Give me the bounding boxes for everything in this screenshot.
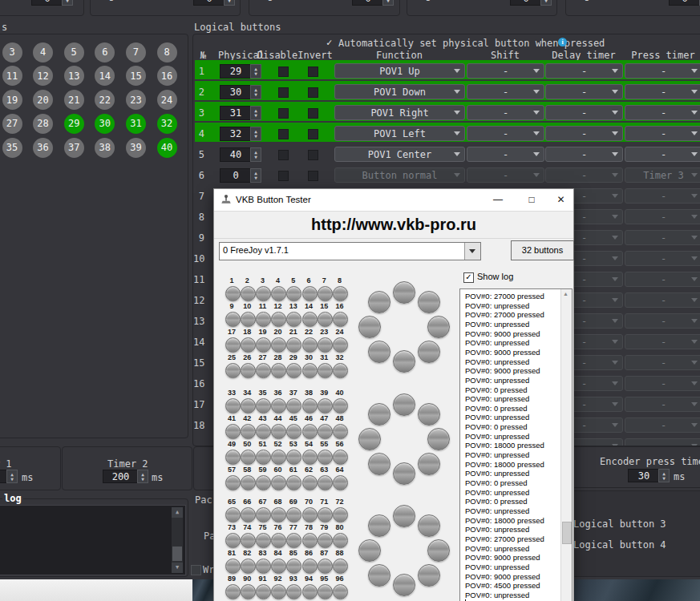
combobox-dropdown-icon[interactable] xyxy=(464,243,480,260)
invert-checkbox[interactable] xyxy=(308,67,318,77)
function-dropdown[interactable]: POV1 Right xyxy=(334,105,465,120)
function-dropdown[interactable]: POV1 Left xyxy=(334,126,465,141)
press-timer-dropdown[interactable]: - xyxy=(625,417,700,433)
physical-button-36[interactable]: 36 xyxy=(33,138,53,158)
spinner-arrows[interactable]: ▲▼ xyxy=(540,0,552,6)
logical-button-spinner[interactable]: 0▲▼ xyxy=(510,0,552,6)
shift-dropdown[interactable]: - xyxy=(467,63,544,79)
encoder-spinner-arrows[interactable]: ▲▼ xyxy=(658,469,670,482)
spinner-arrows[interactable]: ▲▼ xyxy=(250,64,261,79)
device-select-combobox[interactable]: 0 FreeJoy v1.7.1 xyxy=(219,242,481,260)
physical-button-32[interactable]: 32 xyxy=(157,114,177,134)
spinner-arrows[interactable]: ▲▼ xyxy=(224,0,235,6)
physical-button-15[interactable]: 15 xyxy=(126,66,146,86)
log-scroll-down-icon[interactable]: ▼ xyxy=(172,563,183,573)
physical-number-spinner[interactable]: 31▲▼ xyxy=(220,106,261,120)
physical-button-16[interactable]: 16 xyxy=(157,66,177,86)
press-timer-dropdown[interactable]: - xyxy=(625,63,700,79)
delay-timer-dropdown[interactable]: - xyxy=(545,126,623,141)
physical-number-spinner[interactable]: 29▲▼ xyxy=(220,64,261,79)
timer1-spinner-arrows[interactable]: ▲▼ xyxy=(6,470,18,483)
physical-number-spinner[interactable]: 40▲▼ xyxy=(220,147,261,162)
spinner-arrows[interactable]: ▲▼ xyxy=(250,106,261,120)
vkb-titlebar[interactable]: VKB Button Tester — □ ✕ xyxy=(214,189,573,212)
press-timer-dropdown[interactable]: - xyxy=(625,313,700,329)
physical-button-19[interactable]: 19 xyxy=(2,90,22,110)
disable-checkbox[interactable] xyxy=(278,87,289,98)
physical-button-5[interactable]: 5 xyxy=(64,42,84,63)
physical-number-spinner[interactable]: 30▲▼ xyxy=(220,85,261,99)
log-scroll-thumb[interactable] xyxy=(172,547,182,561)
spinner-arrows[interactable]: ▲▼ xyxy=(382,0,394,6)
physical-button-40[interactable]: 40 xyxy=(157,138,177,158)
physical-button-4[interactable]: 4 xyxy=(33,42,53,63)
physical-button-11[interactable]: 11 xyxy=(2,66,22,86)
delay-timer-dropdown[interactable]: - xyxy=(545,147,623,162)
press-timer-dropdown[interactable]: - xyxy=(625,334,700,349)
vkb-log-scroll-thumb[interactable] xyxy=(562,522,572,544)
encoder-press-timer-spinner[interactable]: 30 ▲▼ xyxy=(628,469,670,482)
log-textarea[interactable]: ▲ ▼ xyxy=(0,505,186,575)
physical-button-14[interactable]: 14 xyxy=(95,66,115,86)
buttons-count-button[interactable]: 32 buttons xyxy=(511,240,574,260)
delay-timer-dropdown[interactable]: - xyxy=(545,167,623,183)
spinner-arrows[interactable]: ▲▼ xyxy=(250,85,261,99)
physical-button-30[interactable]: 30 xyxy=(95,114,115,134)
press-timer-dropdown[interactable]: - xyxy=(625,397,700,412)
physical-button-7[interactable]: 7 xyxy=(126,42,146,63)
logical-button-spinner[interactable]: 0▲▼ xyxy=(31,0,73,6)
logical-button-spinner[interactable]: 0▲▼ xyxy=(193,0,235,6)
physical-button-39[interactable]: 39 xyxy=(126,138,146,158)
physical-button-6[interactable]: 6 xyxy=(95,42,115,63)
disable-checkbox[interactable] xyxy=(278,129,289,139)
vkb-log-scroll-up-icon[interactable]: ▲ xyxy=(563,291,568,296)
press-timer-dropdown[interactable]: Timer 3 xyxy=(625,167,700,183)
disable-checkbox[interactable] xyxy=(278,171,289,181)
physical-button-8[interactable]: 8 xyxy=(157,42,177,63)
disable-checkbox[interactable] xyxy=(278,108,289,119)
invert-checkbox[interactable] xyxy=(308,87,318,98)
maximize-button[interactable]: □ xyxy=(515,189,548,211)
physical-button-28[interactable]: 28 xyxy=(33,114,53,134)
shift-dropdown[interactable]: - xyxy=(467,147,544,162)
physical-button-22[interactable]: 22 xyxy=(95,90,115,110)
spinner-arrows[interactable]: ▲▼ xyxy=(250,168,261,183)
log-scroll-up-icon[interactable]: ▲ xyxy=(172,507,183,518)
physical-button-24[interactable]: 24 xyxy=(157,90,177,110)
close-button[interactable]: ✕ xyxy=(548,189,573,211)
physical-button-21[interactable]: 21 xyxy=(64,90,84,110)
show-log-checkbox[interactable]: ✓ xyxy=(463,272,474,283)
timer2-spinner-arrows[interactable]: ▲▼ xyxy=(137,470,148,483)
physical-button-23[interactable]: 23 xyxy=(126,90,146,110)
minimize-button[interactable]: — xyxy=(481,189,515,211)
press-timer-dropdown[interactable]: - xyxy=(625,292,700,308)
function-dropdown[interactable]: POV1 Up xyxy=(334,63,465,79)
physical-button-38[interactable]: 38 xyxy=(95,138,115,158)
physical-button-35[interactable]: 35 xyxy=(2,138,22,158)
auto-set-checkmark-icon[interactable]: ✓ xyxy=(326,37,332,48)
vkb-log-scrollbar[interactable]: ▲ xyxy=(560,289,572,601)
physical-button-27[interactable]: 27 xyxy=(2,114,22,134)
timer2-spinner[interactable]: 200 ▲▼ xyxy=(103,470,148,483)
delay-timer-dropdown[interactable]: - xyxy=(545,63,623,79)
logical-button-spinner[interactable]: 0▲▼ xyxy=(352,0,394,6)
physical-button-12[interactable]: 12 xyxy=(33,66,53,86)
physical-button-29[interactable]: 29 xyxy=(64,114,84,134)
invert-checkbox[interactable] xyxy=(308,108,318,119)
press-timer-dropdown[interactable]: - xyxy=(625,376,700,391)
physical-number-spinner[interactable]: 32▲▼ xyxy=(220,127,261,141)
function-dropdown[interactable]: POV1 Center xyxy=(334,147,465,162)
invert-checkbox[interactable] xyxy=(308,171,318,181)
delay-timer-dropdown[interactable]: - xyxy=(545,84,623,99)
press-timer-dropdown[interactable] xyxy=(625,438,700,446)
spinner-arrows[interactable]: ▲▼ xyxy=(250,127,261,141)
physical-button-13[interactable]: 13 xyxy=(64,66,84,86)
disable-checkbox[interactable] xyxy=(278,67,289,77)
press-timer-dropdown[interactable]: - xyxy=(625,230,700,245)
delay-timer-dropdown[interactable]: - xyxy=(545,105,623,120)
shift-dropdown[interactable]: - xyxy=(467,84,544,99)
press-timer-dropdown[interactable]: - xyxy=(625,209,700,224)
spinner-arrows[interactable]: ▲▼ xyxy=(250,147,261,162)
press-timer-dropdown[interactable]: - xyxy=(625,251,700,266)
log-scrollbar[interactable]: ▲ ▼ xyxy=(172,507,183,573)
